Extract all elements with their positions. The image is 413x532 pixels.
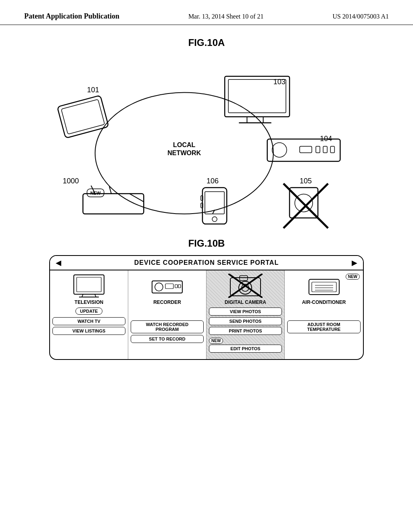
set-to-record-button[interactable]: SET TO RECORD xyxy=(131,335,204,343)
portal-container: ◀ DEVICE COOPERATION SERVICE PORTAL ▶ TE… xyxy=(49,255,364,360)
portal-left-arrow[interactable]: ◀ xyxy=(56,258,61,267)
print-photos-button[interactable]: PRINT PHOTOS xyxy=(209,327,282,335)
main-content: FIG.10A 101 103 xyxy=(0,25,413,368)
ac-icon-area: NEW xyxy=(287,274,361,298)
svg-rect-38 xyxy=(175,285,177,288)
adjust-temp-button[interactable]: ADJUST ROOM TEMPERATURE xyxy=(287,320,361,333)
label-1000: 1000 xyxy=(63,177,79,185)
svg-line-33 xyxy=(95,294,96,297)
label-106: 106 xyxy=(206,177,219,185)
svg-rect-18 xyxy=(202,187,227,224)
camera-icon xyxy=(228,274,263,298)
recorder-icon xyxy=(150,274,184,298)
fig10a-diagram: 101 103 104 xyxy=(24,56,389,234)
svg-line-28 xyxy=(129,194,144,202)
fig10a-title: FIG.10A xyxy=(24,37,389,48)
svg-rect-21 xyxy=(201,196,203,201)
svg-rect-35 xyxy=(152,281,182,293)
patent-number-label: US 2014/0075003 A1 xyxy=(332,13,389,20)
svg-line-32 xyxy=(82,294,83,297)
diagram-svg: 101 103 104 xyxy=(24,56,389,234)
watch-recorded-button[interactable]: WATCH RECORDED PROGRAM xyxy=(131,320,204,333)
svg-rect-9 xyxy=(300,146,312,153)
camera-label: DIGITAL CAMERA xyxy=(225,299,266,305)
update-badge[interactable]: UPDATE xyxy=(75,308,102,315)
svg-rect-37 xyxy=(165,284,173,289)
portal-col-digital-camera: DIGITAL CAMERA VIEW PHOTOS SEND PHOTOS P… xyxy=(206,270,285,359)
new-badge-ac: NEW xyxy=(346,274,360,280)
television-label: TELEVISION xyxy=(75,299,103,305)
portal-col-television: TELEVISION UPDATE WATCH TV VIEW LISTINGS xyxy=(50,270,128,359)
svg-rect-11 xyxy=(323,146,327,153)
portal-grid: TELEVISION UPDATE WATCH TV VIEW LISTINGS xyxy=(50,270,363,359)
date-sheet-label: Mar. 13, 2014 Sheet 10 of 21 xyxy=(188,13,264,20)
ac-label: AIR-CONDITIONER xyxy=(302,299,346,305)
edit-photos-button[interactable]: EDIT PHOTOS xyxy=(209,345,282,353)
send-photos-button[interactable]: SEND PHOTOS xyxy=(209,317,282,325)
svg-rect-30 xyxy=(74,275,104,294)
label-101: 101 xyxy=(87,86,99,94)
svg-rect-12 xyxy=(330,146,334,153)
recorder-label: RECORDER xyxy=(153,299,181,305)
svg-point-36 xyxy=(155,283,163,291)
svg-rect-31 xyxy=(77,277,101,292)
television-icon xyxy=(72,274,106,298)
view-listings-button[interactable]: VIEW LISTINGS xyxy=(52,327,125,335)
svg-rect-22 xyxy=(201,203,203,208)
portal-header: ◀ DEVICE COOPERATION SERVICE PORTAL ▶ xyxy=(50,256,363,270)
camera-icon-area xyxy=(209,274,282,298)
svg-rect-10 xyxy=(316,146,320,153)
watch-tv-button[interactable]: WATCH TV xyxy=(52,317,125,325)
label-105: 105 xyxy=(300,177,312,185)
label-103: 103 xyxy=(273,78,286,86)
portal-col-recorder: RECORDER WATCH RECORDED PROGRAM SET TO R… xyxy=(128,270,206,359)
svg-point-20 xyxy=(212,217,217,222)
television-icon-area xyxy=(52,274,125,298)
page-header: Patent Application Publication Mar. 13, … xyxy=(0,0,413,25)
broken-device xyxy=(284,183,328,228)
svg-text:NEW: NEW xyxy=(90,191,101,195)
view-photos-button[interactable]: VIEW PHOTOS xyxy=(209,308,282,316)
fig10b-title: FIG.10B xyxy=(24,238,389,249)
svg-point-8 xyxy=(272,143,287,157)
portal-col-air-conditioner: NEW AIR-CONDITIONER ADJUST ROOM TEMPERAT… xyxy=(285,270,363,359)
new-badge-1000: NEW xyxy=(87,189,104,197)
publication-label: Patent Application Publication xyxy=(24,12,119,21)
handheld-device xyxy=(201,187,227,224)
portal-right-arrow[interactable]: ▶ xyxy=(352,258,357,267)
svg-rect-39 xyxy=(178,285,181,288)
recorder-icon-area xyxy=(131,274,204,298)
local-network-label2: NETWORK xyxy=(167,149,201,156)
local-network-label: LOCAL xyxy=(173,141,196,148)
svg-rect-46 xyxy=(309,279,339,295)
ac-icon xyxy=(307,277,341,297)
portal-title: DEVICE COOPERATION SERVICE PORTAL xyxy=(134,259,279,266)
